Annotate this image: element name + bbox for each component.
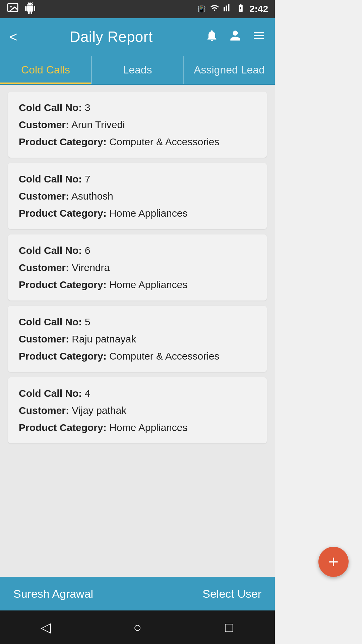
cold-call-card-1[interactable]: Cold Call No: 3 Customer: Arun Trivedi P… (8, 92, 267, 158)
cold-call-number-4: Cold Call No: 5 (19, 315, 256, 328)
cold-call-category-3: Product Category: Home Appliances (19, 278, 256, 291)
cold-call-category-1: Product Category: Computer & Accessories (19, 135, 256, 148)
cold-call-card-3[interactable]: Cold Call No: 6 Customer: Virendra Produ… (8, 234, 267, 301)
cold-call-category-4: Product Category: Computer & Accessories (19, 350, 256, 363)
header: < Daily Report (0, 18, 275, 56)
cold-call-category-5: Product Category: Home Appliances (19, 421, 256, 434)
cold-call-category-2: Product Category: Home Appliances (19, 207, 256, 220)
nav-home-button[interactable]: ○ (124, 614, 151, 641)
bell-icon[interactable] (205, 29, 219, 45)
header-icons (205, 28, 265, 46)
android-icon (24, 2, 36, 16)
tab-bar: Cold Calls Leads Assigned Lead (0, 56, 275, 85)
status-bar: 📳 2:42 (0, 0, 275, 18)
nav-back-button[interactable]: ◁ (33, 614, 59, 641)
wifi-icon (210, 3, 219, 15)
cold-call-customer-4: Customer: Raju patnayak (19, 332, 256, 345)
footer: Suresh Agrawal Select User (0, 577, 275, 610)
cold-call-card-4[interactable]: Cold Call No: 5 Customer: Raju patnayak … (8, 306, 267, 372)
cold-call-number-3: Cold Call No: 6 (19, 244, 256, 257)
battery-icon (236, 3, 245, 15)
svg-rect-0 (8, 4, 18, 12)
current-user-label: Suresh Agrawal (13, 587, 93, 600)
svg-point-1 (10, 6, 12, 8)
profile-icon[interactable] (228, 28, 243, 46)
tab-leads[interactable]: Leads (92, 56, 184, 84)
tab-assigned-lead[interactable]: Assigned Lead (184, 56, 275, 84)
cold-call-card-5[interactable]: Cold Call No: 4 Customer: Vijay pathak P… (8, 377, 267, 443)
page-title: Daily Report (70, 29, 153, 45)
time-display: 2:42 (249, 4, 268, 14)
cold-call-number-1: Cold Call No: 3 (19, 101, 256, 114)
cold-call-customer-1: Customer: Arun Trivedi (19, 118, 256, 131)
menu-icon[interactable] (252, 29, 265, 45)
status-bar-left-icons (7, 2, 36, 16)
signal-icon (223, 4, 232, 15)
cold-call-number-2: Cold Call No: 7 (19, 172, 256, 185)
cold-call-card-2[interactable]: Cold Call No: 7 Customer: Asuthosh Produ… (8, 163, 267, 229)
select-user-button[interactable]: Select User (202, 587, 261, 600)
nav-recent-button[interactable]: □ (216, 614, 242, 641)
cold-call-customer-3: Customer: Virendra (19, 261, 256, 274)
vibrate-icon: 📳 (197, 5, 206, 13)
image-icon (7, 2, 19, 16)
tab-cold-calls[interactable]: Cold Calls (0, 56, 92, 84)
cold-call-customer-5: Customer: Vijay pathak (19, 404, 256, 417)
cold-call-number-5: Cold Call No: 4 (19, 387, 256, 400)
back-button[interactable]: < (9, 30, 17, 45)
bottom-nav: ◁ ○ □ (0, 610, 275, 644)
content-area: Cold Call No: 3 Customer: Arun Trivedi P… (0, 85, 275, 577)
cold-call-customer-2: Customer: Asuthosh (19, 190, 256, 203)
status-bar-right-icons: 📳 2:42 (197, 3, 268, 15)
